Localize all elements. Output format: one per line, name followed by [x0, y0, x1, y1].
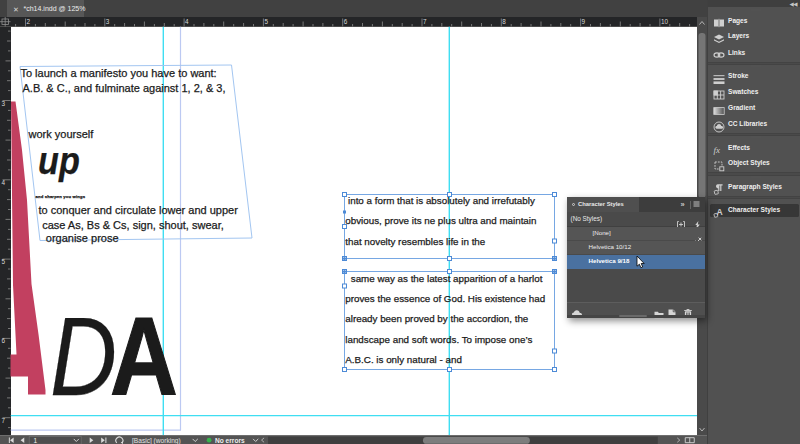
- svg-text:fx: fx: [714, 145, 721, 155]
